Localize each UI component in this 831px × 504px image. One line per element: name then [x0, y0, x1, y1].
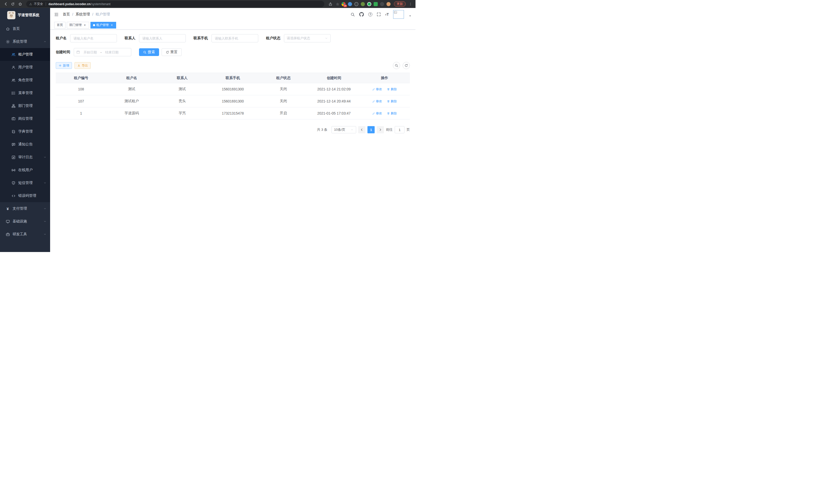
- next-page-button[interactable]: [377, 126, 384, 133]
- reset-button-label: 重置: [170, 50, 177, 55]
- sidebar-item-post[interactable]: 岗位管理: [0, 112, 50, 125]
- tenant-table: 租户编号 租户名 联系人 联系手机 租户状态 创建时间 操作 108 测试 测试: [56, 73, 410, 119]
- toggle-search-button[interactable]: [393, 62, 400, 69]
- end-date-input[interactable]: [103, 50, 121, 54]
- extension-icon-puzzle[interactable]: [380, 2, 384, 6]
- sidebar-item-tenant[interactable]: 租户管理: [0, 48, 50, 61]
- chevron-down-icon: [44, 233, 47, 236]
- filter-phone: 联系手机: [194, 34, 258, 42]
- reload-icon[interactable]: [10, 1, 16, 7]
- help-icon[interactable]: ?: [368, 12, 372, 17]
- extension-icon-colorful[interactable]: 10: [342, 2, 346, 6]
- close-icon[interactable]: ×: [83, 23, 87, 27]
- fullscreen-icon[interactable]: [377, 12, 381, 17]
- search-button[interactable]: 搜索: [139, 48, 159, 56]
- delete-link[interactable]: 删除: [387, 111, 397, 116]
- tab-tenant[interactable]: 租户管理 ×: [90, 22, 116, 29]
- sidebar-item-label: 用户管理: [18, 65, 33, 69]
- reset-button[interactable]: 重置: [162, 48, 182, 56]
- refresh-table-button[interactable]: [403, 62, 410, 69]
- sidebar-item-notice[interactable]: 通知公告: [0, 138, 50, 151]
- top-header: 首页 / 系统管理 / 租户管理 ? TT: [50, 8, 416, 21]
- extension-icon-green-circle[interactable]: [367, 2, 371, 6]
- edit-link[interactable]: 修改: [372, 111, 382, 116]
- table-row: 1 芋道源码 芋艿 17321315478 开启 2021-01-05 17:0…: [56, 108, 410, 119]
- share-icon[interactable]: [327, 1, 334, 7]
- browser-home-icon[interactable]: [17, 1, 23, 7]
- sidebar-item-home[interactable]: 首页: [0, 22, 50, 35]
- extension-icon-avatar[interactable]: [386, 2, 391, 6]
- chevron-down-icon: [44, 181, 47, 184]
- sidebar-group-system[interactable]: 系统管理: [0, 35, 50, 48]
- edit-link[interactable]: 修改: [372, 87, 382, 91]
- sidebar-item-user[interactable]: 用户管理: [0, 61, 50, 74]
- header-search-icon[interactable]: [350, 12, 355, 17]
- tenant-status-select[interactable]: 请选择租户状态: [284, 34, 331, 42]
- github-icon[interactable]: [359, 12, 364, 17]
- cell-status: 关闭: [258, 83, 309, 95]
- user-avatar[interactable]: [393, 10, 404, 19]
- sidebar-item-label: 字典管理: [18, 129, 33, 134]
- breadcrumb: 首页 / 系统管理 / 租户管理: [63, 12, 110, 17]
- cell-ops: 修改 删除: [359, 95, 410, 108]
- sidebar-group-pay[interactable]: ¥ 支付管理: [0, 202, 50, 215]
- contact-input[interactable]: [139, 34, 186, 42]
- sidebar-item-sms[interactable]: 短信管理: [0, 176, 50, 189]
- prev-page-button[interactable]: [358, 126, 365, 133]
- browser-menu-icon[interactable]: ⋮: [408, 2, 413, 6]
- sidebar-item-errcode[interactable]: 错误码管理: [0, 189, 50, 202]
- page-number-1[interactable]: 1: [368, 126, 375, 133]
- logo[interactable]: 芋道管理系统: [0, 8, 50, 22]
- filter-tenant-name: 租户名: [56, 34, 117, 42]
- main-area: 首页 / 系统管理 / 租户管理 ? TT: [50, 8, 416, 252]
- goto-page-input[interactable]: [395, 126, 404, 133]
- add-button[interactable]: 新增: [56, 62, 72, 69]
- col-phone: 联系手机: [208, 73, 258, 83]
- chevron-down-icon: [350, 128, 353, 131]
- export-button[interactable]: 导出: [75, 62, 91, 69]
- status-label: 租户状态: [266, 36, 280, 40]
- extension-icon-olive[interactable]: [361, 2, 365, 6]
- sidebar-item-online[interactable]: 在线用户: [0, 164, 50, 176]
- sidebar-item-label: 岗位管理: [18, 116, 33, 121]
- breadcrumb-system[interactable]: 系统管理: [76, 12, 90, 17]
- font-size-icon[interactable]: TT: [385, 12, 389, 16]
- delete-link[interactable]: 删除: [387, 87, 397, 91]
- phone-input[interactable]: [211, 34, 258, 42]
- sidebar-group-infra[interactable]: 基础设施: [0, 215, 50, 228]
- delete-link[interactable]: 删除: [387, 99, 397, 103]
- fold-sidebar-icon[interactable]: [54, 12, 59, 17]
- sidebar-item-audit[interactable]: 审计日志: [0, 151, 50, 164]
- tab-home[interactable]: 首页: [54, 22, 65, 29]
- bookmark-star-icon[interactable]: ☆: [336, 2, 339, 6]
- edit-link[interactable]: 修改: [372, 99, 382, 103]
- sidebar-item-role[interactable]: 角色管理: [0, 74, 50, 87]
- sidebar-group-label: 系统管理: [12, 39, 27, 44]
- create-time-range-picker[interactable]: -: [74, 48, 131, 56]
- sidebar-group-dev[interactable]: 研发工具: [0, 228, 50, 241]
- url-text: dashboard.yudao.iocoder.cn/system/tenant: [49, 2, 111, 6]
- extension-icon-dark[interactable]: [354, 2, 359, 6]
- cell-id: 108: [56, 83, 106, 95]
- security-label[interactable]: 不安全: [34, 2, 43, 6]
- extension-icon-green-square[interactable]: [374, 2, 378, 6]
- tab-dept[interactable]: 部门管理 ×: [67, 22, 89, 29]
- cell-created: 2021-12-14 20:49:44: [309, 95, 359, 108]
- sidebar-item-dept[interactable]: 部门管理: [0, 99, 50, 112]
- page-size-value: 10条/页: [334, 127, 345, 132]
- sidebar-item-dict[interactable]: 字典管理: [0, 125, 50, 138]
- avatar-caret-icon[interactable]: [409, 13, 411, 18]
- breadcrumb-home[interactable]: 首页: [63, 12, 70, 17]
- home-icon: [6, 27, 10, 31]
- table-row: 108 测试 测试 15601691300 关闭 2021-12-14 21:0…: [56, 83, 410, 95]
- page-size-select[interactable]: 10条/页: [332, 126, 356, 133]
- sidebar-item-menu[interactable]: 菜单管理: [0, 87, 50, 99]
- tenant-name-input[interactable]: [70, 34, 117, 42]
- address-bar[interactable]: ⚠ 不安全 dashboard.yudao.iocoder.cn/system/…: [26, 1, 324, 7]
- logo-avatar: [7, 11, 16, 19]
- back-icon[interactable]: [3, 1, 9, 7]
- close-icon[interactable]: ×: [110, 23, 114, 27]
- update-button[interactable]: 更新: [394, 1, 406, 7]
- extension-icon-blue[interactable]: [348, 2, 352, 6]
- start-date-input[interactable]: [81, 50, 99, 54]
